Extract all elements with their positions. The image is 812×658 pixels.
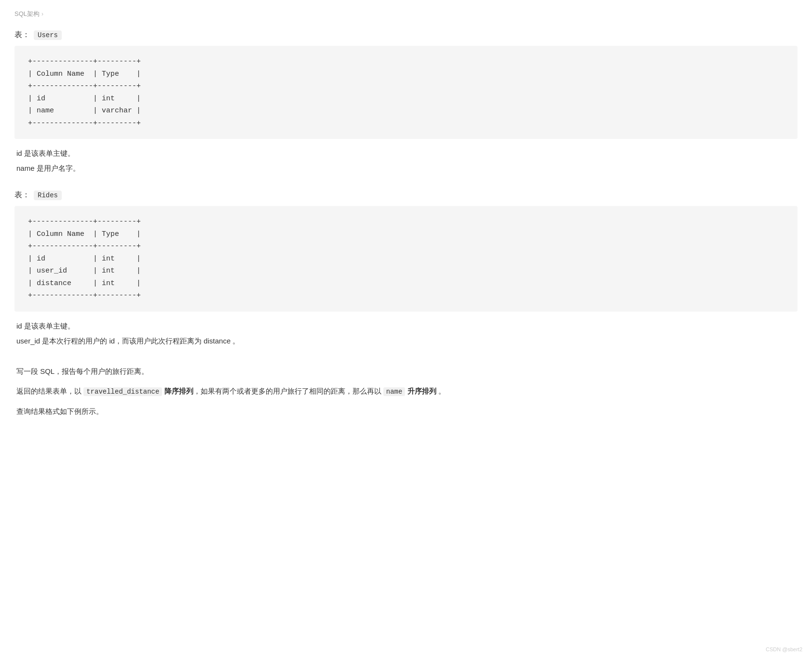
question-text-1: 写一段 SQL，报告每个用户的旅行距离。 [16, 367, 149, 375]
rides-descriptions: id 是该表单主键。 user_id 是本次行程的用户的 id，而该用户此次行程… [14, 319, 798, 347]
question-section: 写一段 SQL，报告每个用户的旅行距离。 返回的结果表单，以 travelled… [14, 365, 798, 418]
users-prefix: 表： [14, 30, 30, 40]
users-desc-1: id 是该表单主键。 [16, 147, 796, 160]
rides-section: 表： Rides +--------------+---------+ | Co… [14, 190, 798, 347]
users-section-label: 表： Users [14, 30, 798, 40]
users-section: 表： Users +--------------+---------+ | Co… [14, 30, 798, 175]
question-bold-1: 降序排列 [162, 387, 193, 395]
question-line-1: 写一段 SQL，报告每个用户的旅行距离。 [16, 365, 796, 378]
question-prefix-2: 返回的结果表单，以 [16, 387, 83, 395]
name-code: name [383, 387, 406, 396]
rides-section-label: 表： Rides [14, 190, 798, 200]
users-code-block: +--------------+---------+ | Column Name… [14, 46, 798, 139]
rides-table-name: Rides [34, 191, 62, 200]
rides-desc-2: user_id 是本次行程的用户的 id，而该用户此次行程距离为 distanc… [16, 334, 796, 347]
users-descriptions: id 是该表单主键。 name 是用户名字。 [14, 147, 798, 175]
breadcrumb: SQL架构 › [14, 10, 798, 18]
rides-desc-1: id 是该表单主键。 [16, 319, 796, 332]
users-table-name: Users [34, 30, 62, 40]
rides-code-block: +--------------+---------+ | Column Name… [14, 206, 798, 312]
travelled-distance-code: travelled_distance [83, 387, 162, 396]
rides-prefix: 表： [14, 190, 30, 200]
chevron-icon: › [41, 11, 43, 17]
users-desc-2: name 是用户名字。 [16, 162, 796, 175]
question-mid-2: ，如果有两个或者更多的用户旅行了相同的距离，那么再以 [193, 387, 383, 395]
question-text-3: 查询结果格式如下例所示。 [16, 407, 103, 415]
question-line-3: 查询结果格式如下例所示。 [16, 405, 796, 418]
question-bold-2: 升序排列 [405, 387, 436, 395]
question-suffix-2: 。 [436, 387, 446, 395]
question-line-2: 返回的结果表单，以 travelled_distance 降序排列，如果有两个或… [16, 384, 796, 398]
breadcrumb-label: SQL架构 [14, 10, 40, 18]
